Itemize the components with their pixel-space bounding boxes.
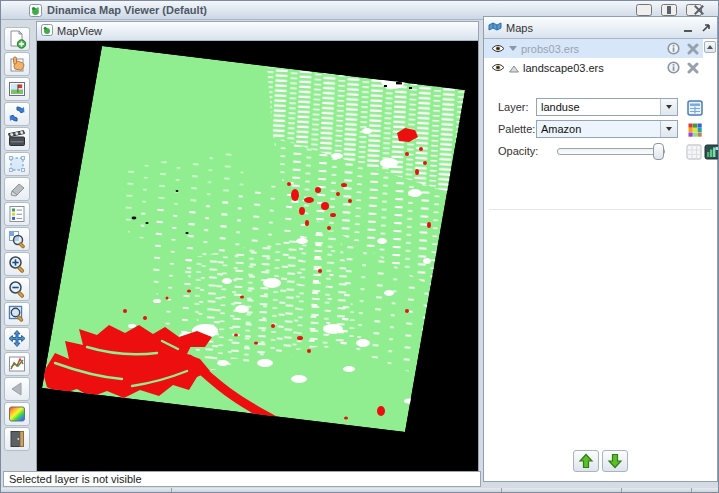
layer-list: probs03.ers landscape03.ers xyxy=(484,39,717,77)
move-layer-up-button[interactable] xyxy=(573,450,599,472)
maps-panel-float-button[interactable] xyxy=(699,21,713,35)
layer-controls: Layer: landuse Palette: Amazon Opacity: xyxy=(484,77,717,195)
maps-panel-header: Maps xyxy=(484,17,717,39)
divider xyxy=(489,209,712,210)
arrow-up-icon xyxy=(707,45,713,49)
minimize-icon xyxy=(684,30,692,32)
close-icon xyxy=(687,62,699,74)
pan-icon xyxy=(7,329,27,349)
minimize-button[interactable] xyxy=(636,4,652,16)
palette-button[interactable] xyxy=(4,402,30,426)
info-icon xyxy=(667,42,680,55)
layer-order-buttons xyxy=(484,450,717,472)
float-icon xyxy=(701,23,711,33)
layer-close-button[interactable] xyxy=(685,41,700,56)
opacity-label: Opacity: xyxy=(498,145,538,157)
close-icon xyxy=(687,43,699,55)
histogram-button-disabled xyxy=(685,143,702,160)
chevron-down-icon xyxy=(666,105,672,109)
palette-icon xyxy=(7,404,27,424)
layer-close-button[interactable] xyxy=(685,60,700,75)
select-region-button[interactable] xyxy=(4,152,30,176)
mapview-logo-icon xyxy=(41,22,53,40)
arrow-down-icon xyxy=(607,453,623,469)
toolbar xyxy=(4,27,32,451)
snapshot-icon xyxy=(7,79,27,99)
select-region-icon xyxy=(7,154,27,174)
maps-icon xyxy=(488,19,502,37)
dropdown-button[interactable] xyxy=(660,99,677,115)
status-bar: Selected layer is not visible xyxy=(3,471,481,487)
back-icon xyxy=(7,379,27,399)
visibility-eye-button[interactable] xyxy=(490,60,505,75)
layer-type-icon xyxy=(509,59,519,77)
close-button[interactable] xyxy=(686,4,702,16)
app-logo-icon xyxy=(29,3,42,21)
map-canvas[interactable] xyxy=(37,41,478,471)
maps-panel-minimize-button[interactable] xyxy=(681,21,695,35)
zoom-selection-icon xyxy=(7,229,27,249)
animation-icon xyxy=(7,129,27,149)
back-button[interactable] xyxy=(4,377,30,401)
status-message: Selected layer is not visible xyxy=(9,473,142,485)
zoom-in-button[interactable] xyxy=(4,252,30,276)
animation-button[interactable] xyxy=(4,127,30,151)
refresh-button[interactable] xyxy=(4,102,30,126)
legend-icon xyxy=(7,204,27,224)
palette-select-value: Amazon xyxy=(541,123,581,135)
zoom-extent-icon xyxy=(7,304,27,324)
eraser-button[interactable] xyxy=(4,177,30,201)
layer-row-landscape03[interactable]: landscape03.ers xyxy=(484,58,703,77)
attribute-table-icon xyxy=(687,100,703,116)
pan-button[interactable] xyxy=(4,327,30,351)
chevron-down-icon xyxy=(666,127,672,131)
opacity-slider-thumb[interactable] xyxy=(653,143,664,160)
profile-chart-icon xyxy=(7,354,27,374)
exit-button[interactable] xyxy=(4,427,30,451)
palette-label: Palette: xyxy=(498,123,535,135)
arrow-up-icon xyxy=(578,453,594,469)
zoom-out-button[interactable] xyxy=(4,277,30,301)
zoom-extent-button[interactable] xyxy=(4,302,30,326)
landsat-scene-image xyxy=(37,41,478,471)
maximize-icon xyxy=(667,6,671,14)
contrast-icon xyxy=(704,144,719,160)
layer-name: probs03.ers xyxy=(521,43,662,55)
maps-panel-title: Maps xyxy=(506,22,533,34)
opacity-slider[interactable] xyxy=(557,148,665,155)
info-icon xyxy=(667,61,680,74)
snapshot-button[interactable] xyxy=(4,77,30,101)
layer-info-button[interactable] xyxy=(666,41,681,56)
layer-info-button[interactable] xyxy=(666,60,681,75)
attribute-table-button[interactable] xyxy=(686,99,703,116)
layer-label: Layer: xyxy=(498,101,529,113)
zoom-in-icon xyxy=(7,254,27,274)
palette-select[interactable]: Amazon xyxy=(536,120,678,138)
profile-chart-button[interactable] xyxy=(4,352,30,376)
mapview-panel: MapView xyxy=(36,21,479,471)
scroll-up-button[interactable] xyxy=(704,41,716,53)
dropdown-button[interactable] xyxy=(660,121,677,137)
layer-row-probs03[interactable]: probs03.ers xyxy=(484,39,703,58)
zoom-selection-button[interactable] xyxy=(4,227,30,251)
eye-icon xyxy=(491,63,505,72)
select-page-button[interactable] xyxy=(4,52,30,76)
zoom-out-icon xyxy=(7,279,27,299)
visibility-eye-button[interactable] xyxy=(490,41,505,56)
new-map-button[interactable] xyxy=(4,27,30,51)
mapview-title: MapView xyxy=(57,25,102,37)
edit-palette-button[interactable] xyxy=(686,121,703,138)
grid-disabled-icon xyxy=(686,144,702,160)
mapview-header: MapView xyxy=(37,22,478,41)
eye-icon xyxy=(491,44,505,53)
layer-name: landscape03.ers xyxy=(523,62,662,74)
maximize-button[interactable] xyxy=(661,4,677,16)
eraser-icon xyxy=(7,179,27,199)
refresh-icon xyxy=(7,104,27,124)
layer-select-value: landuse xyxy=(541,101,580,113)
legend-button[interactable] xyxy=(4,202,30,226)
layer-select[interactable]: landuse xyxy=(536,98,678,116)
contrast-button[interactable] xyxy=(703,143,719,160)
move-layer-down-button[interactable] xyxy=(602,450,628,472)
pointer-page-icon xyxy=(7,54,27,74)
